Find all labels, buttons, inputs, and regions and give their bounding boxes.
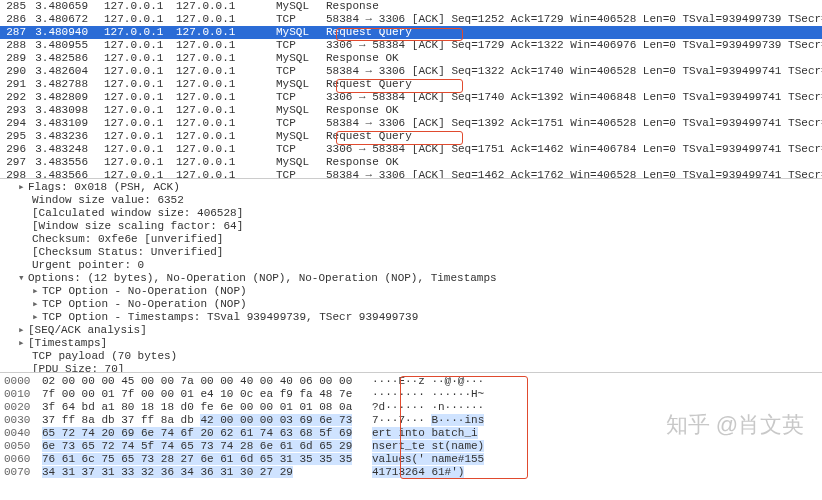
- hex-ascii: ert into batch_i: [372, 427, 502, 440]
- tree-calcwin[interactable]: [Calculated window size: 406528]: [4, 207, 818, 220]
- col-protocol: TCP: [272, 13, 322, 26]
- expander-icon[interactable]: ▸: [32, 311, 42, 324]
- col-time: 3.483236: [30, 130, 92, 143]
- col-time: 3.482809: [30, 91, 92, 104]
- col-info: Response OK: [322, 156, 822, 169]
- hex-offset: 0020: [4, 401, 42, 414]
- hex-row[interactable]: 00107f 00 00 01 7f 00 00 01 e4 10 0c ea …: [4, 388, 818, 401]
- hex-row[interactable]: 003037 ff 8a db 37 ff 8a db 42 00 00 00 …: [4, 414, 818, 427]
- expander-icon[interactable]: ▸: [32, 285, 42, 298]
- packet-row[interactable]: 2933.483098127.0.0.1127.0.0.1MySQLRespon…: [0, 104, 822, 117]
- hex-ascii: values(' name#155: [372, 453, 502, 466]
- tree-nop1[interactable]: ▸TCP Option - No-Operation (NOP): [4, 285, 818, 298]
- tree-chkstatus[interactable]: [Checksum Status: Unverified]: [4, 246, 818, 259]
- tree-winsize[interactable]: Window size value: 6352: [4, 194, 818, 207]
- hex-row[interactable]: 007034 31 37 31 33 32 36 34 36 31 30 27 …: [4, 466, 818, 479]
- hex-offset: 0070: [4, 466, 42, 479]
- col-time: 3.480940: [30, 26, 92, 39]
- col-time: 3.480672: [30, 13, 92, 26]
- col-time: 3.482586: [30, 52, 92, 65]
- hex-bytes: 6e 73 65 72 74 5f 74 65 73 74 28 6e 61 6…: [42, 440, 372, 453]
- col-time: 3.483566: [30, 169, 92, 179]
- hex-bytes: 37 ff 8a db 37 ff 8a db 42 00 00 00 03 6…: [42, 414, 372, 427]
- col-protocol: TCP: [272, 39, 322, 52]
- col-destination: 127.0.0.1: [172, 130, 272, 143]
- col-no: 296: [0, 143, 30, 156]
- expander-icon[interactable]: ▸: [18, 324, 28, 337]
- col-info: 3306 → 58384 [ACK] Seq=1740 Ack=1392 Win…: [322, 91, 822, 104]
- tree-seqack[interactable]: ▸[SEQ/ACK analysis]: [4, 324, 818, 337]
- packet-list-pane[interactable]: 2853.480659127.0.0.1127.0.0.1MySQLRespon…: [0, 0, 822, 179]
- tree-ts[interactable]: ▸[Timestamps]: [4, 337, 818, 350]
- packet-row[interactable]: 2953.483236127.0.0.1127.0.0.1MySQLReques…: [0, 130, 822, 143]
- expander-icon[interactable]: ▾: [18, 272, 28, 285]
- hex-dump-pane[interactable]: 000002 00 00 00 45 00 00 7a 00 00 40 00 …: [0, 373, 822, 500]
- hex-row[interactable]: 004065 72 74 20 69 6e 74 6f 20 62 61 74 …: [4, 427, 818, 440]
- packet-row[interactable]: 2873.480940127.0.0.1127.0.0.1MySQLReques…: [0, 26, 822, 39]
- hex-ascii: 7···7··· B····ins: [372, 414, 502, 427]
- hex-row[interactable]: 006076 61 6c 75 65 73 28 27 6e 61 6d 65 …: [4, 453, 818, 466]
- tree-nop2[interactable]: ▸TCP Option - No-Operation (NOP): [4, 298, 818, 311]
- packet-row[interactable]: 2903.482604127.0.0.1127.0.0.1TCP58384 → …: [0, 65, 822, 78]
- hex-ascii: ?d······ ·n······: [372, 401, 502, 414]
- col-source: 127.0.0.1: [92, 0, 172, 13]
- tree-pdu[interactable]: [PDU Size: 70]: [4, 363, 818, 373]
- packet-row[interactable]: 2943.483109127.0.0.1127.0.0.1TCP58384 → …: [0, 117, 822, 130]
- col-protocol: MySQL: [272, 26, 322, 39]
- tree-options[interactable]: ▾Options: (12 bytes), No-Operation (NOP)…: [4, 272, 818, 285]
- col-time: 3.483109: [30, 117, 92, 130]
- hex-row[interactable]: 00506e 73 65 72 74 5f 74 65 73 74 28 6e …: [4, 440, 818, 453]
- tree-urgent[interactable]: Urgent pointer: 0: [4, 259, 818, 272]
- hex-bytes: 65 72 74 20 69 6e 74 6f 20 62 61 74 63 6…: [42, 427, 372, 440]
- col-time: 3.483248: [30, 143, 92, 156]
- hex-bytes: 34 31 37 31 33 32 36 34 36 31 30 27 29: [42, 466, 372, 479]
- col-source: 127.0.0.1: [92, 156, 172, 169]
- tree-timestamps[interactable]: ▸TCP Option - Timestamps: TSval 93949973…: [4, 311, 818, 324]
- col-source: 127.0.0.1: [92, 91, 172, 104]
- col-info: Request Query: [322, 26, 822, 39]
- packet-row[interactable]: 2973.483556127.0.0.1127.0.0.1MySQLRespon…: [0, 156, 822, 169]
- tree-payload[interactable]: TCP payload (70 bytes): [4, 350, 818, 363]
- packet-row[interactable]: 2883.480955127.0.0.1127.0.0.1TCP3306 → 5…: [0, 39, 822, 52]
- packet-row[interactable]: 2963.483248127.0.0.1127.0.0.1TCP3306 → 5…: [0, 143, 822, 156]
- col-destination: 127.0.0.1: [172, 169, 272, 179]
- expander-icon[interactable]: ▸: [32, 298, 42, 311]
- col-protocol: TCP: [272, 117, 322, 130]
- col-time: 3.480955: [30, 39, 92, 52]
- packet-row[interactable]: 2853.480659127.0.0.1127.0.0.1MySQLRespon…: [0, 0, 822, 13]
- col-source: 127.0.0.1: [92, 26, 172, 39]
- tree-flags[interactable]: ▸Flags: 0x018 (PSH, ACK): [4, 181, 818, 194]
- col-no: 288: [0, 39, 30, 52]
- packet-row[interactable]: 2863.480672127.0.0.1127.0.0.1TCP58384 → …: [0, 13, 822, 26]
- packet-row[interactable]: 2923.482809127.0.0.1127.0.0.1TCP3306 → 5…: [0, 91, 822, 104]
- col-protocol: TCP: [272, 65, 322, 78]
- col-no: 294: [0, 117, 30, 130]
- col-protocol: MySQL: [272, 104, 322, 117]
- col-info: Response OK: [322, 104, 822, 117]
- hex-row[interactable]: 00203f 64 bd a1 80 18 18 d0 fe 6e 00 00 …: [4, 401, 818, 414]
- col-time: 3.483556: [30, 156, 92, 169]
- col-protocol: MySQL: [272, 78, 322, 91]
- tree-scalefactor[interactable]: [Window size scaling factor: 64]: [4, 220, 818, 233]
- packet-details-pane[interactable]: ▸Flags: 0x018 (PSH, ACK) Window size val…: [0, 179, 822, 373]
- hex-offset: 0040: [4, 427, 42, 440]
- col-no: 295: [0, 130, 30, 143]
- col-destination: 127.0.0.1: [172, 0, 272, 13]
- expander-icon[interactable]: ▸: [18, 181, 28, 194]
- col-no: 285: [0, 0, 30, 13]
- hex-offset: 0060: [4, 453, 42, 466]
- col-time: 3.480659: [30, 0, 92, 13]
- tree-checksum[interactable]: Checksum: 0xfe6e [unverified]: [4, 233, 818, 246]
- col-destination: 127.0.0.1: [172, 117, 272, 130]
- packet-row[interactable]: 2913.482788127.0.0.1127.0.0.1MySQLReques…: [0, 78, 822, 91]
- col-source: 127.0.0.1: [92, 130, 172, 143]
- col-source: 127.0.0.1: [92, 13, 172, 26]
- col-source: 127.0.0.1: [92, 169, 172, 179]
- packet-row[interactable]: 2983.483566127.0.0.1127.0.0.1TCP58384 → …: [0, 169, 822, 179]
- col-protocol: TCP: [272, 91, 322, 104]
- packet-row[interactable]: 2893.482586127.0.0.1127.0.0.1MySQLRespon…: [0, 52, 822, 65]
- hex-row[interactable]: 000002 00 00 00 45 00 00 7a 00 00 40 00 …: [4, 375, 818, 388]
- expander-icon[interactable]: ▸: [18, 337, 28, 350]
- col-source: 127.0.0.1: [92, 117, 172, 130]
- col-source: 127.0.0.1: [92, 52, 172, 65]
